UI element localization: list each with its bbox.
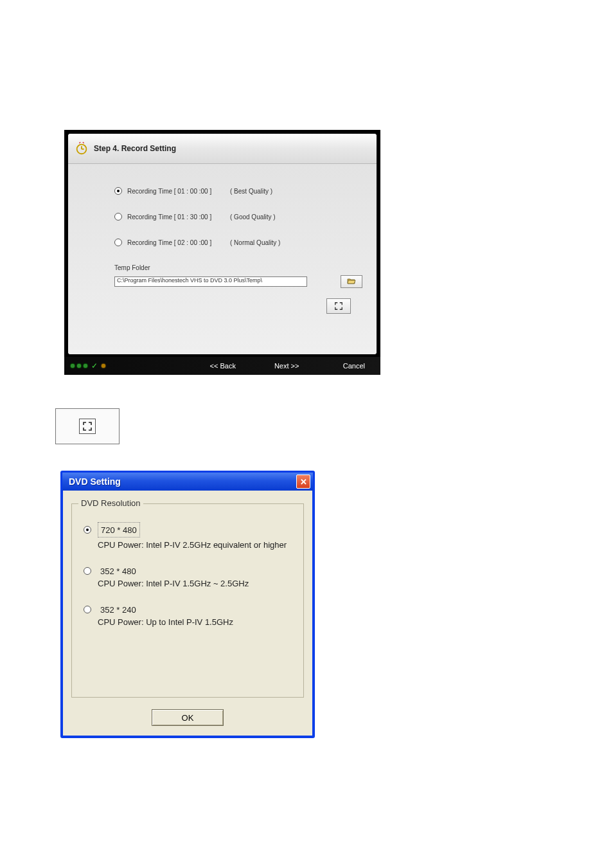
expand-icon-thumbnail	[55, 408, 120, 444]
recording-option-good[interactable]: Recording Time [ 01 : 30 :00 ] ( Good Qu…	[114, 213, 362, 221]
wizard-footer: ✓ << Back Next >> Cancel	[64, 357, 380, 375]
step-dot	[102, 364, 105, 368]
resolution-option-352-240[interactable]: 352 * 240 CPU Power: Up to Intel P-IV 1.…	[84, 605, 292, 628]
step-indicator: ✓	[64, 361, 129, 370]
recording-time-label: Recording Time [ 01 : 00 :00 ]	[127, 188, 230, 195]
step-dot	[84, 364, 87, 368]
radio-icon[interactable]	[84, 526, 91, 534]
wizard-title: Step 4. Record Setting	[94, 144, 176, 153]
dialog-title: DVD Setting	[69, 476, 121, 487]
folder-open-icon	[347, 278, 356, 285]
cpu-requirement: CPU Power: Intel P-IV 2.5GHz equivalent …	[98, 540, 292, 551]
radio-icon[interactable]	[84, 567, 91, 575]
dialog-body: DVD Resolution 720 * 480 CPU Power: Inte…	[62, 491, 313, 731]
close-button[interactable]: ✕	[296, 475, 310, 489]
cpu-requirement: CPU Power: Intel P-IV 1.5GHz ~ 2.5GHz	[98, 579, 292, 590]
svg-line-4	[83, 142, 84, 143]
ok-button[interactable]: OK	[152, 709, 224, 726]
wizard-panel: Step 4. Record Setting Recording Time [ …	[68, 134, 377, 354]
browse-button[interactable]	[341, 275, 362, 288]
expand-icon	[79, 419, 96, 434]
group-label: DVD Resolution	[78, 498, 143, 508]
quality-label: ( Best Quality )	[230, 188, 272, 195]
wizard-header: Step 4. Record Setting	[68, 134, 377, 164]
temp-folder-label: Temp Folder	[114, 264, 362, 271]
radio-icon[interactable]	[114, 239, 122, 246]
recording-time-label: Recording Time [ 02 : 00 :00 ]	[127, 239, 230, 246]
wizard-body: Recording Time [ 01 : 00 :00 ] ( Best Qu…	[68, 164, 377, 354]
resolution-option-720[interactable]: 720 * 480 CPU Power: Intel P-IV 2.5GHz e…	[84, 522, 292, 551]
temp-folder-input[interactable]: C:\Program Files\honestech VHS to DVD 3.…	[114, 276, 307, 287]
close-icon: ✕	[300, 477, 307, 487]
titlebar: DVD Setting ✕	[62, 473, 313, 491]
clock-icon	[75, 141, 89, 156]
step-dot	[77, 364, 81, 368]
step-check-icon: ✓	[90, 361, 99, 370]
record-setting-wizard: Step 4. Record Setting Recording Time [ …	[64, 130, 380, 375]
back-button[interactable]: << Back	[210, 362, 236, 370]
quality-label: ( Good Quality )	[230, 213, 276, 221]
dvd-setting-button[interactable]	[326, 298, 351, 314]
next-button[interactable]: Next >>	[274, 362, 299, 370]
resolution-option-352-480[interactable]: 352 * 480 CPU Power: Intel P-IV 1.5GHz ~…	[84, 566, 292, 590]
recording-option-best[interactable]: Recording Time [ 01 : 00 :00 ] ( Best Qu…	[114, 187, 362, 195]
recording-time-label: Recording Time [ 01 : 30 :00 ]	[127, 213, 230, 221]
dvd-resolution-group: DVD Resolution 720 * 480 CPU Power: Inte…	[71, 503, 304, 698]
temp-folder-row: C:\Program Files\honestech VHS to DVD 3.…	[114, 275, 362, 288]
radio-icon[interactable]	[84, 606, 91, 613]
resolution-value: 352 * 240	[100, 605, 136, 615]
cpu-requirement: CPU Power: Up to Intel P-IV 1.5GHz	[98, 617, 292, 628]
svg-line-3	[79, 142, 80, 143]
resolution-value: 352 * 480	[100, 566, 136, 576]
step-dot	[71, 364, 75, 368]
cancel-button[interactable]: Cancel	[343, 362, 365, 370]
quality-label: ( Normal Quality )	[230, 239, 280, 246]
radio-icon[interactable]	[114, 213, 122, 221]
dvd-setting-dialog: DVD Setting ✕ DVD Resolution 720 * 480 C…	[60, 471, 315, 738]
resolution-value: 720 * 480	[101, 525, 137, 535]
expand-icon	[334, 302, 343, 311]
recording-option-normal[interactable]: Recording Time [ 02 : 00 :00 ] ( Normal …	[114, 239, 362, 246]
radio-icon[interactable]	[114, 187, 122, 195]
